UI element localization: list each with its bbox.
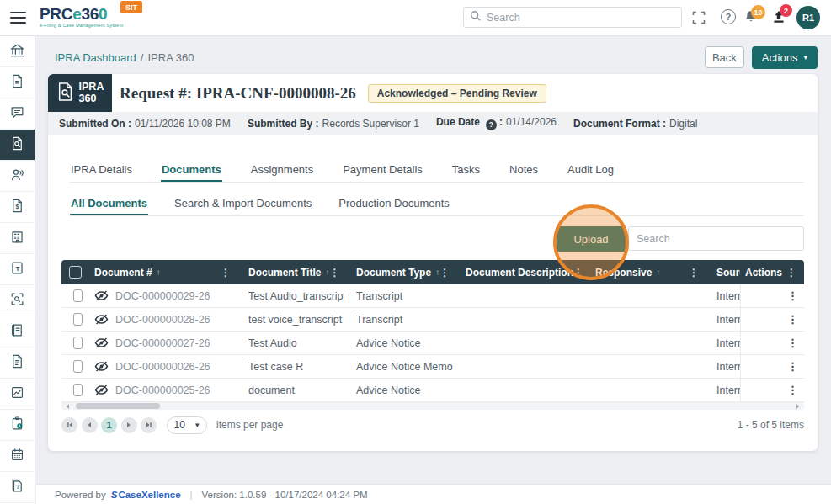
document-format: Document Format :Digital	[573, 118, 697, 130]
sidebar-item-tasks[interactable]	[0, 410, 35, 441]
page-size-select[interactable]: 10▾	[167, 416, 207, 434]
horizontal-scrollbar[interactable]	[61, 402, 804, 410]
fullscreen-icon[interactable]	[692, 11, 706, 24]
items-per-page-label: items per page	[216, 419, 283, 431]
row-checkbox[interactable]	[73, 360, 83, 373]
table-search-input[interactable]	[628, 226, 804, 251]
eye-off-icon[interactable]	[94, 384, 109, 396]
tab-notes[interactable]: Notes	[509, 158, 539, 182]
page-first-button[interactable]	[61, 417, 77, 433]
doc-title-cell: test voice_transcript	[237, 308, 344, 331]
sidebar-item-reports[interactable]	[0, 379, 35, 410]
doc-number-link[interactable]: DOC-000000025-26	[115, 385, 210, 396]
subtab-search-import-documents[interactable]: Search & Import Documents	[173, 192, 312, 215]
row-actions-menu-icon[interactable]: ⋮	[787, 337, 798, 349]
sidebar-item-calendar[interactable]	[0, 441, 35, 472]
file-search-icon	[9, 135, 25, 155]
tab-assignments[interactable]: Assignments	[250, 158, 314, 182]
sidebar-item-ipra-active[interactable]	[0, 130, 35, 161]
global-search-input[interactable]	[487, 12, 675, 24]
breadcrumb-link-ipra-dashboard[interactable]: IPRA Dashboard	[55, 51, 136, 64]
page-1-button[interactable]: 1	[101, 417, 117, 433]
sidebar-item-help[interactable]: ?	[0, 472, 35, 503]
left-sidebar: $ T ?	[0, 36, 35, 504]
help-icon[interactable]: ?	[721, 9, 736, 24]
app-logo[interactable]: PRCe360 e-Filing & Case Management Syste…	[40, 6, 123, 29]
col-header-document-description[interactable]: Document Description⋮	[454, 260, 589, 284]
version-label: Version: 1.0.59 - 10/17/2024 04:24 PM	[202, 490, 368, 500]
eye-off-icon[interactable]	[94, 313, 109, 326]
logo-tagline: e-Filing & Case Management System	[40, 24, 123, 29]
sidebar-item-notes[interactable]	[0, 347, 35, 379]
actions-button[interactable]: Actions▾	[752, 46, 818, 69]
eye-off-icon[interactable]	[94, 289, 109, 302]
row-checkbox[interactable]	[73, 313, 83, 326]
scrollbar-thumb[interactable]	[76, 403, 160, 409]
due-date-help-icon[interactable]: ?	[486, 119, 497, 130]
calendar-icon	[9, 447, 25, 466]
sidebar-item-scan[interactable]	[0, 285, 35, 316]
sidebar-item-institution[interactable]	[0, 36, 35, 67]
row-checkbox[interactable]	[73, 337, 83, 349]
page-last-button[interactable]	[141, 417, 157, 433]
column-menu-icon[interactable]: ⋮	[786, 267, 796, 279]
col-header-responsive[interactable]: Responsive↑⋮	[589, 260, 705, 284]
column-menu-icon[interactable]: ⋮	[329, 267, 339, 279]
sidebar-item-users[interactable]	[0, 161, 35, 192]
page-prev-button[interactable]	[82, 417, 98, 433]
eye-off-icon[interactable]	[94, 360, 109, 373]
tab-documents[interactable]: Documents	[161, 158, 222, 182]
col-header-document-number[interactable]: Document #↑⋮	[88, 260, 237, 284]
table-row: DOC-000000025-26 document Advice Notice …	[61, 379, 804, 402]
column-menu-icon[interactable]: ⋮	[689, 267, 699, 279]
tab-audit-log[interactable]: Audit Log	[567, 158, 615, 182]
doc-title-cell: Test Audio_transcript	[237, 284, 344, 307]
row-actions-menu-icon[interactable]: ⋮	[787, 313, 798, 326]
doc-source-cell: Internal	[705, 308, 740, 331]
row-actions-menu-icon[interactable]: ⋮	[787, 360, 798, 373]
doc-number-link[interactable]: DOC-000000026-26	[115, 361, 210, 373]
row-checkbox[interactable]	[73, 289, 83, 302]
tab-tasks[interactable]: Tasks	[451, 158, 481, 182]
main-content: IPRA Dashboard / IPRA 360 Back Actions▾ …	[36, 36, 831, 484]
scroll-left-icon[interactable]	[64, 404, 69, 409]
table-row: DOC-000000026-26 Test case R Advice Noti…	[61, 355, 804, 379]
row-checkbox[interactable]	[73, 384, 83, 396]
doc-number-link[interactable]: DOC-000000027-26	[115, 337, 210, 349]
sidebar-item-messages[interactable]	[0, 98, 35, 130]
back-button[interactable]: Back	[705, 46, 744, 68]
select-all-checkbox[interactable]	[69, 266, 82, 279]
sidebar-item-organization[interactable]	[0, 223, 35, 254]
subtab-production-documents[interactable]: Production Documents	[338, 192, 450, 215]
sidebar-item-templates[interactable]: T	[0, 254, 35, 285]
column-menu-icon[interactable]: ⋮	[221, 267, 231, 279]
casexellence-brand-link[interactable]: SCaseXellence	[111, 490, 181, 500]
upload-button[interactable]: Upload	[556, 226, 626, 252]
invoice-icon: $	[9, 198, 25, 217]
doc-number-link[interactable]: DOC-000000028-26	[115, 314, 210, 326]
column-menu-icon[interactable]: ⋮	[573, 267, 583, 279]
user-avatar[interactable]: R1	[796, 6, 820, 29]
col-header-document-title[interactable]: Document Title↑⋮	[237, 260, 344, 284]
column-menu-icon[interactable]: ⋮	[439, 267, 450, 279]
tab-ipra-details[interactable]: IPRA Details	[70, 158, 133, 182]
tab-payment-details[interactable]: Payment Details	[342, 158, 423, 182]
clipboard-clock-icon	[9, 416, 25, 435]
doc-number-link[interactable]: DOC-000000029-26	[115, 290, 210, 302]
eye-off-icon[interactable]	[94, 337, 109, 349]
sidebar-item-documents[interactable]	[0, 67, 35, 98]
row-actions-menu-icon[interactable]: ⋮	[787, 384, 798, 396]
subtab-all-documents[interactable]: All Documents	[70, 192, 148, 215]
sidebar-item-ledger[interactable]	[0, 316, 35, 347]
col-header-document-type[interactable]: Document Type↑⋮	[344, 260, 454, 284]
doc-description-cell	[454, 355, 589, 378]
col-header-source[interactable]: Source	[705, 260, 740, 284]
scroll-right-icon[interactable]	[796, 404, 802, 409]
logo-text: PRC	[40, 5, 72, 23]
row-actions-menu-icon[interactable]: ⋮	[787, 289, 798, 302]
page-next-button[interactable]	[121, 417, 137, 433]
global-search[interactable]	[463, 7, 682, 28]
doc-description-cell	[454, 379, 589, 401]
sidebar-item-payments[interactable]: $	[0, 192, 35, 223]
hamburger-menu-icon[interactable]	[10, 12, 26, 27]
